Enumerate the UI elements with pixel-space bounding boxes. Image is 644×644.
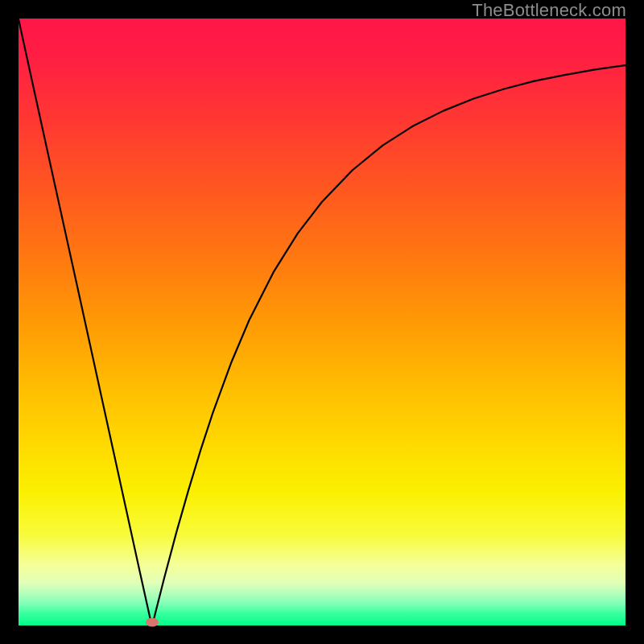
plot-area bbox=[19, 19, 625, 625]
minimum-marker bbox=[146, 618, 159, 627]
chart-frame: TheBottleneck.com bbox=[0, 0, 644, 644]
watermark-label: TheBottleneck.com bbox=[472, 0, 626, 21]
